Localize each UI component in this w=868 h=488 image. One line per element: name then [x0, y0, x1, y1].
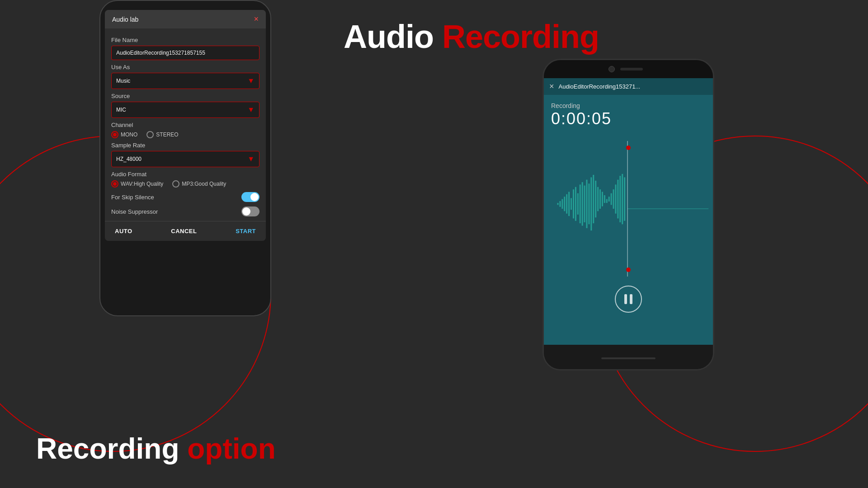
- noise-suppressor-row: Noise Suppressor: [111, 206, 259, 216]
- svg-rect-11: [582, 182, 583, 225]
- wav-radio[interactable]: WAV:High Quality: [111, 180, 163, 188]
- svg-rect-30: [624, 177, 625, 221]
- recording-info: Recording 0:00:05: [544, 95, 713, 132]
- main-title-red: Recording: [442, 19, 599, 55]
- bottom-title-white: Recording: [36, 432, 187, 465]
- dialog-header: Audio lab ×: [105, 10, 266, 28]
- svg-rect-26: [615, 184, 616, 213]
- svg-rect-0: [557, 203, 559, 205]
- phone-right: × AudioEditorRecording153271... Recordin…: [542, 59, 714, 371]
- use-as-arrow-icon: ▼: [247, 77, 255, 85]
- channel-label: Channel: [111, 122, 259, 128]
- sample-rate-label: Sample Rate: [111, 142, 259, 149]
- bottom-title: Recording option: [36, 432, 276, 465]
- bottom-title-red: option: [187, 432, 275, 465]
- skip-silence-toggle-label: For Skip Silence: [111, 194, 154, 201]
- mono-label: MONO: [121, 131, 137, 138]
- svg-rect-18: [597, 187, 599, 211]
- svg-rect-23: [609, 197, 610, 202]
- mp3-radio-dot: [172, 180, 179, 188]
- dialog-footer: AUTO CANCEL START: [105, 221, 266, 241]
- recording-topbar: × AudioEditorRecording153271...: [544, 78, 713, 95]
- svg-rect-29: [622, 174, 623, 224]
- svg-rect-12: [584, 186, 585, 222]
- recording-close-button[interactable]: ×: [549, 82, 554, 91]
- mono-radio[interactable]: MONO: [111, 131, 137, 138]
- svg-rect-14: [588, 183, 590, 224]
- recording-filename: AudioEditorRecording153271...: [559, 83, 708, 90]
- wav-radio-dot: [111, 180, 118, 188]
- phone-speaker: [620, 68, 643, 70]
- svg-rect-10: [580, 184, 581, 223]
- cancel-button[interactable]: CANCEL: [167, 226, 200, 236]
- auto-button[interactable]: AUTO: [111, 226, 136, 236]
- svg-rect-20: [602, 192, 603, 206]
- wav-label: WAV:High Quality: [121, 181, 163, 187]
- recording-screen: × AudioEditorRecording153271... Recordin…: [544, 78, 713, 345]
- stereo-radio[interactable]: STEREO: [146, 131, 178, 138]
- svg-rect-1: [559, 201, 561, 207]
- pause-button-container: [544, 286, 713, 313]
- main-title-white: Audio: [344, 19, 442, 55]
- svg-rect-27: [617, 180, 618, 219]
- source-arrow-icon: ▼: [247, 106, 255, 114]
- svg-rect-13: [586, 180, 588, 228]
- svg-rect-22: [606, 199, 608, 203]
- svg-rect-6: [571, 198, 572, 210]
- pause-button[interactable]: [615, 286, 642, 313]
- svg-rect-3: [564, 197, 565, 211]
- source-value: MIC: [116, 107, 126, 113]
- audio-format-radio-group: WAV:High Quality MP3:Good Quality: [111, 180, 259, 188]
- noise-suppressor-toggle[interactable]: [241, 206, 259, 216]
- svg-rect-16: [593, 175, 594, 223]
- svg-rect-24: [611, 193, 612, 205]
- use-as-dropdown[interactable]: Music ▼: [111, 73, 259, 89]
- recording-label: Recording: [551, 102, 706, 109]
- file-name-input[interactable]: AudioEditorRecording153271857155: [111, 46, 259, 60]
- svg-rect-21: [604, 195, 605, 203]
- use-as-value: Music: [116, 78, 130, 84]
- source-label: Source: [111, 93, 259, 99]
- svg-rect-25: [613, 189, 614, 209]
- main-title-area: Audio Recording: [344, 18, 710, 55]
- dialog-title: Audio lab: [112, 16, 138, 23]
- file-name-label: File Name: [111, 37, 259, 43]
- svg-rect-7: [573, 189, 574, 218]
- phone-home-bar: [601, 357, 656, 359]
- start-button[interactable]: START: [232, 226, 259, 236]
- svg-rect-5: [568, 192, 570, 216]
- phone-camera: [609, 66, 615, 72]
- svg-rect-17: [595, 181, 596, 217]
- svg-rect-28: [619, 176, 621, 222]
- stereo-radio-dot: [146, 131, 154, 138]
- svg-rect-19: [599, 189, 601, 209]
- sample-rate-dropdown[interactable]: HZ_48000 ▼: [111, 151, 259, 167]
- source-dropdown[interactable]: MIC ▼: [111, 102, 259, 118]
- use-as-label: Use As: [111, 64, 259, 70]
- skip-silence-row: For Skip Silence: [111, 192, 259, 202]
- dialog-close-button[interactable]: ×: [254, 14, 259, 24]
- mp3-radio[interactable]: MP3:Good Quality: [172, 180, 226, 188]
- dialog-container: Audio lab × File Name AudioEditorRecordi…: [105, 10, 266, 241]
- playhead-dot-bottom: [626, 267, 631, 272]
- channel-radio-group: MONO STEREO: [111, 131, 259, 138]
- waveform-container: [544, 141, 713, 277]
- svg-rect-2: [561, 199, 563, 209]
- playhead-dot-top: [626, 145, 631, 150]
- pause-icon: [624, 294, 632, 304]
- svg-rect-15: [590, 177, 592, 230]
- recording-time: 0:00:05: [551, 109, 706, 128]
- svg-rect-4: [566, 194, 567, 214]
- sample-rate-value: HZ_48000: [116, 156, 142, 162]
- mono-radio-dot: [111, 131, 118, 138]
- dialog-body: File Name AudioEditorRecording1532718571…: [105, 28, 266, 221]
- pause-bar-right: [630, 294, 632, 304]
- waveform-svg: [544, 141, 713, 277]
- phone-right-top-bar: [544, 60, 713, 78]
- sample-rate-arrow-icon: ▼: [247, 155, 255, 163]
- phone-left: Audio lab × File Name AudioEditorRecordi…: [99, 0, 271, 316]
- audio-format-label: Audio Format: [111, 171, 259, 178]
- stereo-label: STEREO: [156, 131, 178, 138]
- mp3-label: MP3:Good Quality: [182, 181, 226, 187]
- skip-silence-toggle[interactable]: [241, 192, 259, 202]
